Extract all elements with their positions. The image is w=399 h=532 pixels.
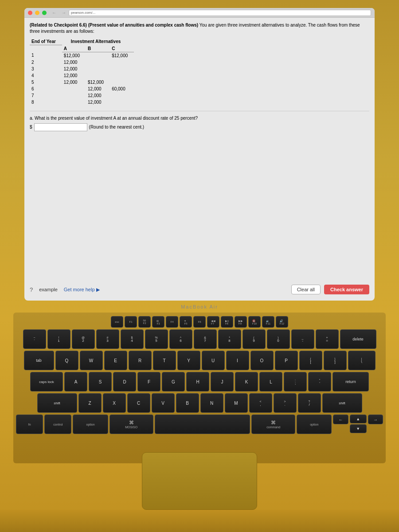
help-icon[interactable]: ? [30, 286, 33, 293]
back-button[interactable]: ← [52, 10, 56, 15]
key-u[interactable]: U [202, 351, 225, 370]
key-semicolon[interactable]: :; [284, 372, 307, 391]
key-arrow-down[interactable]: ▼ [350, 424, 367, 433]
key-c[interactable]: C [127, 393, 150, 413]
key-shift-right[interactable]: shift [322, 393, 362, 413]
key-quote[interactable]: "' [308, 372, 331, 391]
key-tab[interactable]: tab [24, 351, 54, 370]
key-f10[interactable]: 🔇F10 [248, 316, 261, 328]
key-f[interactable]: F [137, 372, 160, 391]
key-f2[interactable]: 50F2 [138, 316, 151, 328]
number-key-row: ~` !1 @2 #3 $4 %5 ^6 &7 [16, 329, 383, 349]
key-backtick[interactable]: ~` [23, 329, 46, 349]
minimize-window-button[interactable] [35, 11, 39, 15]
key-arrow-up[interactable]: ▲ [350, 415, 367, 423]
key-backslash[interactable]: |\ [348, 351, 376, 370]
url-bar[interactable]: pearson.com/... [69, 10, 371, 16]
key-3[interactable]: #3 [96, 329, 119, 349]
qwerty-row: tab Q W E R T Y U I O P {[ }] |\ [16, 351, 383, 370]
key-delete[interactable]: delete [340, 329, 376, 349]
key-y[interactable]: Y [177, 351, 200, 370]
key-4[interactable]: $4 [121, 329, 144, 349]
key-bracket-l[interactable]: {[ [299, 351, 322, 370]
key-o[interactable]: O [250, 351, 274, 370]
key-f9[interactable]: ▶▶F9 [235, 316, 247, 328]
key-n[interactable]: N [200, 393, 223, 413]
key-0[interactable]: )0 [267, 329, 290, 349]
key-b[interactable]: B [176, 393, 199, 413]
key-i[interactable]: I [226, 351, 249, 370]
key-command-right[interactable]: ⌘ command [251, 415, 295, 434]
maximize-window-button[interactable] [42, 11, 47, 15]
check-answer-button[interactable]: Check answer [324, 285, 369, 294]
key-p[interactable]: P [275, 351, 298, 370]
key-6[interactable]: ^6 [169, 329, 192, 349]
key-slash[interactable]: ?/ [298, 393, 321, 413]
key-8[interactable]: *8 [218, 329, 241, 349]
key-g[interactable]: G [162, 372, 185, 391]
cell-c [110, 99, 134, 106]
key-f8[interactable]: ▶||F8 [221, 316, 233, 328]
key-f7[interactable]: ◀◀F7 [207, 316, 219, 328]
clear-all-button[interactable]: Clear all [291, 285, 321, 294]
example-link[interactable]: example [39, 287, 58, 292]
key-f11[interactable]: 🔉F11 [262, 316, 274, 328]
key-v[interactable]: V [152, 393, 175, 413]
cell-b: $12,000 [86, 79, 110, 86]
key-capslock[interactable]: caps lock [30, 372, 63, 391]
key-d[interactable]: D [113, 372, 136, 391]
key-option-left[interactable]: option [73, 415, 108, 434]
key-1[interactable]: !1 [47, 329, 70, 349]
key-command-left[interactable]: ⌘ MOSISO [110, 415, 153, 434]
key-2[interactable]: @2 [72, 329, 95, 349]
key-f6[interactable]: F6 [193, 316, 206, 328]
answer-row: $ (Round to the nearest cent.) [30, 123, 369, 131]
key-shift-left[interactable]: shift [37, 393, 77, 413]
table-row: 312,000 [30, 66, 134, 72]
key-f3[interactable]: ⊞F3 [152, 316, 164, 328]
key-5[interactable]: %5 [145, 329, 168, 349]
key-period[interactable]: >. [274, 393, 297, 413]
key-space[interactable] [155, 415, 250, 434]
key-f4[interactable]: F4 [166, 316, 178, 328]
key-k[interactable]: K [235, 372, 258, 391]
key-fn[interactable]: fn [16, 415, 43, 434]
forward-button[interactable]: → [62, 10, 66, 15]
close-window-button[interactable] [28, 11, 32, 15]
key-f5[interactable]: ✦F5 [180, 316, 192, 328]
key-a[interactable]: A [64, 372, 87, 391]
key-w[interactable]: W [80, 351, 103, 370]
key-9[interactable]: (9 [243, 329, 266, 349]
key-f1[interactable]: F1 [125, 316, 137, 328]
url-text: pearson.com/... [71, 11, 95, 15]
cell-year: 8 [30, 99, 62, 106]
screen-bezel: ← → pearson.com/... (Related to Checkpoi… [24, 8, 375, 301]
answer-input[interactable] [34, 123, 87, 131]
key-f12[interactable]: 🔊F12 [276, 316, 288, 328]
key-s[interactable]: S [89, 372, 112, 391]
key-r[interactable]: R [129, 351, 152, 370]
key-arrow-right[interactable]: → [368, 415, 383, 424]
key-arrow-left[interactable]: ← [333, 415, 348, 424]
key-h[interactable]: H [186, 372, 209, 391]
key-option-right[interactable]: option [297, 415, 332, 434]
trackpad[interactable] [142, 452, 257, 510]
key-equals[interactable]: += [316, 329, 339, 349]
key-j[interactable]: J [211, 372, 234, 391]
key-return[interactable]: return [332, 372, 369, 391]
key-escape[interactable]: esc [111, 316, 123, 328]
key-e[interactable]: E [104, 351, 127, 370]
macbook-label: MacBook Air [181, 304, 218, 309]
key-x[interactable]: X [103, 393, 126, 413]
key-comma[interactable]: <, [249, 393, 272, 413]
key-l[interactable]: L [259, 372, 282, 391]
key-m[interactable]: M [225, 393, 248, 413]
key-z[interactable]: Z [78, 393, 102, 413]
key-bracket-r[interactable]: }] [324, 351, 347, 370]
key-t[interactable]: T [153, 351, 176, 370]
get-more-help-link[interactable]: Get more help ▶ [64, 287, 100, 293]
key-7[interactable]: &7 [194, 329, 217, 349]
key-q[interactable]: Q [55, 351, 78, 370]
key-minus[interactable]: _- [291, 329, 314, 349]
key-control[interactable]: control [44, 415, 71, 434]
